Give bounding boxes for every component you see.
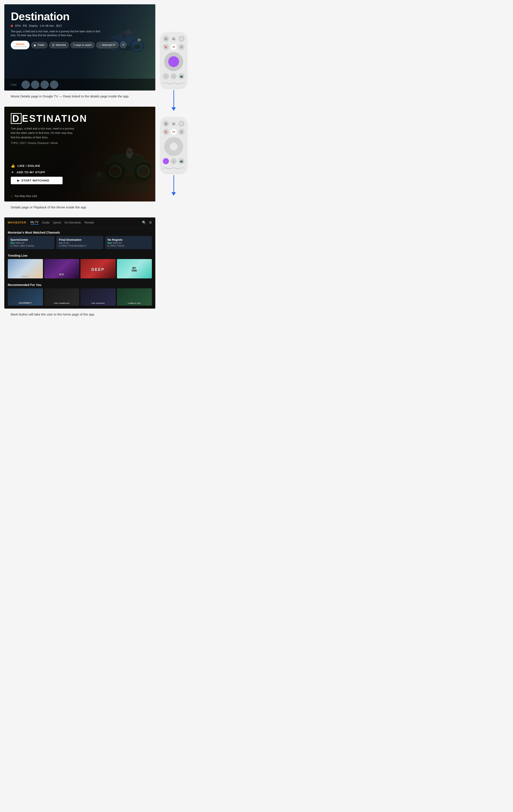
section1-wrapper: Destination 97% PG Drama 1 hr 49 min 201… (0, 0, 155, 103)
home-button[interactable]: ⌂ (171, 73, 177, 79)
hero-title: Destination (11, 11, 127, 22)
watchlist-button[interactable]: ☰ Watchlist (49, 42, 69, 48)
remote-top-row: ⏻ ▬ ⬜ (163, 36, 185, 42)
google-assistant-icon-2 (172, 130, 175, 134)
bookmark-button[interactable]: 🔖 (163, 44, 169, 50)
trending-we[interactable]: we (44, 259, 79, 279)
like-dislike-button[interactable]: 👍 LIKE / DISLIKE (11, 164, 62, 168)
tv-button-2[interactable]: ⬜ (179, 121, 185, 127)
channel-next: In 19min: Friends (108, 244, 149, 247)
settings-button-2[interactable]: ⚙ (179, 129, 185, 135)
channel-sportscenter[interactable]: SportsCenter New 10am 1hr In 19min: Jale… (8, 236, 55, 249)
channel-badge: New 10am 1hr (108, 242, 149, 244)
section3-caption: Back button will take the user to the ho… (4, 309, 155, 320)
back-button[interactable]: ← (163, 73, 169, 79)
section3-wrapper: MOVIESTAR My TV Guide Sports On Demands … (0, 213, 155, 320)
ways-to-watch-button[interactable]: 2 ways to watch (71, 42, 94, 48)
trending-thumbnails: FAIRY we DEEP MYONE (4, 259, 155, 282)
menu-button-2[interactable]: ▬ (171, 121, 176, 126)
down-arrow-icon: ↓ (11, 194, 12, 198)
trending-deep[interactable]: DEEP (80, 259, 116, 279)
source-button[interactable]: 📺 (179, 73, 185, 79)
arrow-tip-1 (171, 107, 176, 111)
assistant-button-2[interactable] (171, 129, 177, 135)
bookmark-button-2[interactable]: 🔖 (163, 129, 169, 135)
menu-button[interactable]: ▬ (171, 37, 176, 41)
channel-time: 9am R 2hr (59, 242, 101, 244)
power-button[interactable]: ⏻ (163, 36, 169, 42)
rec-comedian-label: THE COMEDIAN (44, 302, 79, 304)
assistant-button[interactable] (171, 44, 177, 50)
nav-rentals[interactable]: Rentals (85, 221, 94, 224)
s2-content: DESTINATION Two guys, a thief and a rich… (11, 113, 87, 145)
home-button-2[interactable]: ⌂ (171, 158, 177, 164)
settings-icon[interactable]: ⚙ (149, 221, 152, 225)
channel-no-regrets[interactable]: No Regrets New 10am 1hr In 19min: Friend… (105, 236, 152, 249)
add-to-my-stuff-button[interactable]: ＋ ADD TO MY STUFF (11, 170, 62, 175)
nav-items: My TV Guide Sports On Demands Rentals (30, 221, 94, 225)
trending-fairy[interactable]: FAIRY (8, 259, 43, 279)
hero-meta: 97% PG Drama 1 hr 49 min 2017 (11, 24, 127, 27)
search-icon[interactable]: 🔍 (142, 221, 146, 225)
rec-source-label: THE SOURCE (80, 302, 116, 304)
power-button-2[interactable]: ⏻ (163, 121, 169, 127)
cast-avatar (40, 81, 49, 89)
start-watching-button[interactable]: ▶ START WATCHING (11, 177, 62, 184)
channel-final-destination[interactable]: Final Destination 9am R 2hr In 19min: Fi… (56, 236, 103, 249)
share-button[interactable]: ↗ (120, 42, 127, 48)
tivium-logo: tivium (16, 42, 24, 46)
remote-bottom-row: ← ⌂ 📺 (163, 73, 185, 79)
nav-right: 🔍 ⚙ (142, 221, 152, 225)
like-dislike-label: LIKE / DISLIKE (18, 164, 40, 168)
new-badge: New (10, 242, 15, 244)
channel-name: SportsCenter (10, 238, 52, 241)
arrow-connector-2 (171, 175, 176, 196)
tv-button[interactable]: ⬜ (179, 36, 185, 42)
section3-moviestar: MOVIESTAR My TV Guide Sports On Demands … (4, 218, 155, 309)
dpad-2[interactable] (164, 137, 183, 156)
rec-source[interactable]: THE SOURCE (80, 288, 116, 306)
duration: 1 hr 49 min (40, 24, 54, 27)
rec-journey-label: JOURNEY (8, 302, 43, 304)
you-may-also-like-label: You May Also Like (14, 194, 37, 198)
back-button-2[interactable]: ← (163, 158, 169, 164)
trailer-button[interactable]: ▶ Trailer (31, 42, 48, 48)
nav-guide[interactable]: Guide (42, 221, 50, 224)
arrow-line-2 (173, 175, 174, 192)
add-to-my-stuff-label: ADD TO MY STUFF (17, 171, 45, 174)
rec-tumble[interactable]: TUMBLE DRY (117, 288, 152, 306)
channel-next: In 19min: Jalen & Jackby (10, 244, 52, 247)
remote2-bottom-row: ← ⌂ 📺 (163, 158, 185, 164)
section1-caption: Movie Details page in Google TV — Deep l… (4, 90, 155, 103)
nav-my-tv[interactable]: My TV (30, 221, 38, 225)
remote-2: ⏻ ▬ ⬜ 🔖 ⚙ (161, 117, 187, 173)
watchlist-label: Watchlist (56, 44, 66, 47)
circle-icon: ○ (99, 44, 101, 47)
section2-app-details: DESTINATION Two guys, a thief and a rich… (4, 107, 155, 202)
section2-caption: Details page or Playback of the Movie in… (4, 202, 155, 213)
dpad-center-2[interactable] (170, 143, 178, 150)
recommended-title: Recommended For You (4, 282, 155, 288)
watched-it-button[interactable]: ○ Watched it? (96, 42, 118, 48)
remote2-mid-row: 🔖 ⚙ (163, 129, 185, 135)
nav-sports[interactable]: Sports (53, 221, 61, 224)
rating-cert: PG (23, 24, 27, 27)
hero-description: Two guys, a thief and a rich man, meet i… (11, 30, 101, 37)
rec-comedian[interactable]: THE COMEDIAN (44, 288, 79, 306)
dpad-purple-center[interactable] (168, 56, 179, 67)
s2-actions: 👍 LIKE / DISLIKE ＋ ADD TO MY STUFF ▶ STA… (11, 164, 62, 184)
nav-on-demands[interactable]: On Demands (64, 221, 81, 224)
rec-journey[interactable]: JOURNEY (8, 288, 43, 306)
ways-label: 2 ways to watch (73, 44, 92, 47)
settings-button[interactable]: ⚙ (179, 44, 185, 50)
tivium-sub: WATCH NOW (14, 46, 27, 48)
trending-myone[interactable]: MYONE (117, 259, 152, 279)
year: 2017 (56, 24, 62, 27)
share-icon: ↗ (122, 43, 125, 47)
cast-strip (4, 79, 155, 90)
source-button-2[interactable]: 📺 (179, 158, 185, 164)
plus-icon: ＋ (11, 170, 15, 175)
cast-avatar (22, 81, 30, 89)
tivium-watch-button[interactable]: tivium WATCH NOW (11, 41, 30, 49)
dpad[interactable] (164, 52, 183, 71)
